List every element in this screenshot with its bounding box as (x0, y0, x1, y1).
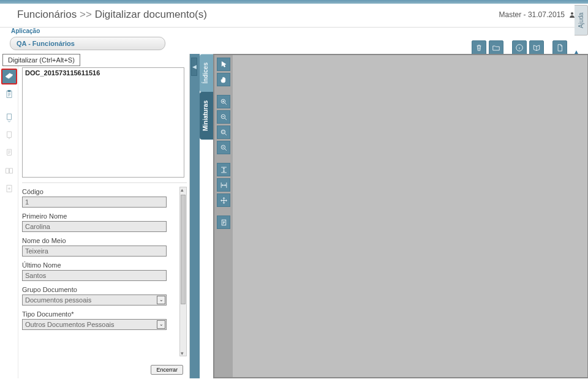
codigo-label: Código (22, 188, 179, 195)
pointer-tool-button[interactable] (217, 58, 230, 71)
svg-rect-13 (222, 130, 224, 132)
svg-rect-8 (9, 168, 12, 173)
help-tab[interactable]: Ajuda (575, 5, 588, 36)
tab-miniaturas[interactable]: Miniaturas (200, 92, 213, 140)
chevron-down-icon: ⌄ (157, 296, 165, 304)
codigo-input[interactable] (22, 197, 167, 208)
left-toolbar (0, 54, 18, 378)
svg-rect-4 (7, 114, 11, 119)
zoom-reset-button[interactable] (217, 141, 230, 154)
page-properties-button[interactable] (217, 216, 230, 229)
primeiro-nome-input[interactable] (22, 221, 167, 232)
toolbar-info-button[interactable] (512, 40, 527, 55)
document-list[interactable]: DOC_201573115611516 (22, 67, 184, 178)
page-down-button[interactable] (1, 110, 17, 126)
document-viewer (213, 54, 588, 378)
hand-tool-button[interactable] (217, 73, 230, 86)
form-scrollbar[interactable] (179, 187, 187, 356)
svg-rect-5 (7, 132, 11, 137)
breadcrumb-main: Funcionários (17, 9, 77, 20)
nome-meio-input[interactable] (22, 246, 167, 257)
breadcrumb-sub: Digitalizar documento(s) (95, 9, 207, 20)
svg-point-0 (571, 12, 573, 15)
zoom-region-button[interactable] (217, 126, 230, 139)
page-merge-button (1, 181, 17, 197)
document-item[interactable]: DOC_201573115611516 (24, 69, 183, 77)
application-selector[interactable]: QA - Funcionários (10, 37, 165, 50)
panel-splitter[interactable]: ◀ (190, 54, 200, 378)
viewer-toolbar (214, 55, 233, 377)
grupo-doc-value: Documentos pessoais (25, 296, 91, 304)
scan-tooltip: Digitalizar (Ctrl+Alt+S) (2, 54, 80, 66)
close-button[interactable]: Encerrar (151, 365, 183, 375)
grupo-doc-select[interactable]: Documentos pessoais ⌄ (22, 294, 167, 306)
application-label: Aplicação (10, 28, 588, 34)
page-order-button (1, 145, 17, 161)
svg-rect-3 (8, 90, 10, 92)
tab-indices[interactable]: Índices (200, 54, 213, 92)
vertical-tabs: Índices Miniaturas (200, 54, 213, 378)
zoom-out-button[interactable] (217, 110, 230, 124)
grupo-doc-label: Grupo Documento (22, 286, 179, 293)
toolbar-doc-button[interactable] (552, 40, 567, 55)
ultimo-nome-label: Último Nome (22, 261, 179, 269)
tipo-doc-label: Tipo Documento* (22, 310, 179, 318)
svg-point-12 (221, 130, 225, 134)
fit-height-button[interactable] (217, 163, 230, 176)
user-info: Master - 31.07.2015 (499, 10, 576, 19)
chevron-down-icon: ⌄ (157, 320, 165, 329)
fit-page-button[interactable] (217, 193, 230, 207)
splitter-collapse-icon[interactable]: ◀ (191, 58, 197, 76)
fit-width-button[interactable] (217, 178, 230, 192)
breadcrumb-separator: >> (80, 9, 92, 20)
page-remove-button (1, 127, 17, 143)
viewer-canvas[interactable] (233, 55, 587, 377)
document-panel: DOC_201573115611516 Código Primeiro Nome… (18, 54, 190, 378)
svg-rect-7 (6, 168, 9, 173)
clipboard-doc-button[interactable] (1, 86, 17, 102)
zoom-in-button[interactable] (217, 95, 230, 108)
nome-meio-label: Nome do Meio (22, 237, 179, 244)
tipo-doc-value: Outros Documentos Pessoais (25, 321, 115, 328)
toolbar-folder-button[interactable] (489, 40, 503, 55)
page-split-button (1, 163, 17, 179)
toolbar-books-button[interactable] (529, 40, 544, 55)
tipo-doc-select[interactable]: Outros Documentos Pessoais ⌄ (22, 319, 167, 330)
user-label: Master - 31.07.2015 (499, 10, 565, 19)
scan-button[interactable] (1, 69, 17, 84)
toolbar-trash-button[interactable] (472, 40, 486, 55)
page-header: Funcionários >> Digitalizar documento(s)… (0, 4, 588, 28)
ultimo-nome-input[interactable] (22, 270, 167, 281)
primeiro-nome-label: Primeiro Nome (22, 212, 179, 220)
